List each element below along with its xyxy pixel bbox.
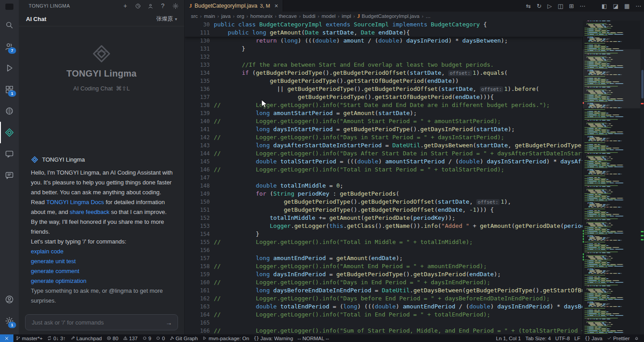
editor-group: J BudgetCategoryImpl.java 3, M × ⇆↻▷◫⊞⋯◧…	[185, 0, 644, 334]
activity-search-item[interactable]	[0, 14, 19, 36]
line-number: 165	[185, 319, 210, 327]
new-chat-icon[interactable]: +	[122, 2, 129, 9]
breadcrumb-item-[interactable]: …	[426, 13, 431, 19]
status-launchpad[interactable]: Launchpad	[68, 334, 104, 342]
chat-title: AI Chat	[26, 16, 47, 22]
breadcrumb-separator: ›	[217, 13, 219, 19]
breadcrumb-item-java[interactable]: java	[221, 13, 231, 19]
activity-extensions-item[interactable]: 1	[0, 79, 19, 100]
check-icon	[607, 336, 612, 341]
settings-icon[interactable]	[172, 2, 179, 9]
command-link-explain-code[interactable]: explain code	[31, 247, 173, 256]
breadcrumb-separator: ›	[318, 13, 319, 19]
status-vim-mode[interactable]: -- NORMAL --	[295, 334, 331, 342]
code-line: 154 }	[185, 230, 583, 238]
code-line: 145 double totalStartPeriod = (((double)…	[185, 158, 583, 166]
status-eol[interactable]: LF	[572, 334, 582, 342]
inline-link[interactable]: share feedback	[70, 209, 110, 215]
breadcrumb-item-budgetcategoryimpljava[interactable]: JBudgetCategoryImpl.java	[357, 13, 419, 20]
status-git-sync[interactable]: 0↓ 3↑	[45, 334, 68, 342]
message-text: Hello, I'm TONGYI Lingma, an AI Coding A…	[31, 168, 173, 237]
toggle-panel-icon[interactable]: ◪	[613, 3, 618, 9]
open-changes-icon[interactable]: ⇆	[526, 3, 531, 9]
remote-indicator[interactable]	[0, 334, 13, 342]
command-link-generate-unit-test[interactable]: generate unit test	[31, 256, 173, 266]
minimap[interactable]	[582, 21, 640, 334]
line-number: 162	[185, 295, 210, 303]
line-number: 144	[185, 150, 210, 158]
window-more-icon[interactable]: ⋯	[636, 3, 641, 9]
help-icon[interactable]: ?	[159, 2, 166, 9]
activity-settings-gear-item[interactable]: 1	[0, 310, 19, 332]
status-formatter[interactable]: Prettier	[605, 334, 632, 342]
activity-chat-item[interactable]	[0, 143, 19, 165]
line-number: 143	[185, 141, 210, 150]
status-problems-errors[interactable]: 80	[104, 334, 121, 342]
settings-icon	[172, 3, 179, 9]
code-line: 155// Logger.getLogger().info("Total in …	[185, 238, 583, 246]
breadcrumb-item-src[interactable]: src	[191, 13, 198, 19]
status-maven-task[interactable]: mvn-package: On	[200, 334, 251, 342]
status-cursor-position[interactable]: Ln 1, Col 1	[494, 334, 523, 342]
split-editor-icon[interactable]: ◫	[558, 3, 563, 9]
status-notification-count[interactable]: 9	[140, 334, 153, 342]
refresh-icon[interactable]: ↻	[537, 3, 542, 9]
status-port-count[interactable]: 0	[153, 334, 167, 342]
breadcrumb-separator: ›	[275, 13, 277, 19]
brand-subtitle: AI Coding Chat ⌘⇧L	[73, 85, 130, 92]
lingma-avatar-icon	[31, 156, 38, 163]
code-line: 158// Logger.getLogger().info("Amount En…	[185, 262, 583, 270]
status-java-status[interactable]: {}Java: Warning	[251, 334, 295, 342]
breadcrumb-item-thecave[interactable]: thecave	[279, 13, 297, 19]
breadcrumb-item-impl[interactable]: impl	[342, 13, 351, 19]
breadcrumb-item-homeunix[interactable]: homeunix	[250, 13, 273, 19]
app-menu-icon[interactable]	[5, 4, 13, 10]
chevron-down-icon: ▾	[175, 17, 177, 21]
line-number: 141	[185, 125, 210, 133]
close-tab-icon[interactable]: ×	[275, 2, 278, 9]
breadcrumb-item-main[interactable]: main	[204, 13, 215, 19]
activity-feedback-item[interactable]	[0, 165, 19, 186]
toggle-sidebar-icon[interactable]: ◧	[602, 3, 607, 9]
activity-remote-explorer-item[interactable]	[0, 100, 19, 122]
status-notifications-bell[interactable]	[632, 334, 641, 342]
status-indentation[interactable]: Tab Size: 4	[523, 334, 553, 342]
line-number: 155	[185, 238, 210, 246]
status-language-mode[interactable]: {}Java	[583, 334, 605, 342]
more-actions-icon[interactable]: ⋯	[580, 3, 585, 9]
inline-link[interactable]: TONGYI Lingma Docs	[46, 199, 104, 205]
breadcrumb-item-buddi[interactable]: buddi	[303, 13, 315, 19]
line-number: 133	[185, 61, 210, 69]
status-git-branch[interactable]: master*+	[13, 334, 45, 342]
run-debug-icon	[4, 63, 14, 73]
run-icon[interactable]: ▷	[547, 3, 552, 9]
send-icon[interactable]: →	[165, 319, 172, 326]
status-problems-warnings[interactable]: 137	[121, 334, 140, 342]
code-line: 159 long daysInEndPeriod = getBudgetPeri…	[185, 270, 583, 278]
breadcrumb-item-model[interactable]: model	[322, 13, 335, 19]
activity-run-debug-item[interactable]	[0, 57, 19, 79]
overview-ruler[interactable]	[640, 21, 644, 334]
scrollbar-thumb[interactable]	[641, 70, 644, 98]
code-area[interactable]: 30public class BudgetCategoryImpl extend…	[185, 21, 583, 334]
history-icon[interactable]	[134, 2, 141, 9]
activity-accounts-item[interactable]: 7	[0, 36, 19, 57]
line-number: 132	[185, 53, 210, 61]
activity-account-item[interactable]	[0, 289, 19, 310]
customize-layout-icon[interactable]: ▦	[624, 3, 630, 9]
user-account-menu[interactable]: 张燦原 ▾	[156, 15, 177, 23]
tab-budgetcategoryimpl-java[interactable]: J BudgetCategoryImpl.java 3, M ×	[185, 0, 283, 12]
command-link-generate-comment[interactable]: generate comment	[31, 266, 173, 276]
status-encoding[interactable]: UTF-8	[553, 334, 572, 342]
breadcrumb-item-org[interactable]: org	[237, 13, 244, 19]
grid-layout-icon[interactable]: ⊞	[569, 3, 574, 9]
lingma-icon	[4, 128, 14, 137]
chat-input[interactable]: →	[25, 314, 178, 330]
profile-icon[interactable]	[147, 2, 154, 9]
code-line: 165	[185, 319, 583, 327]
code-viewport[interactable]: 30public class BudgetCategoryImpl extend…	[185, 21, 644, 334]
chat-input-field[interactable]	[31, 319, 165, 326]
status-git-graph[interactable]: Git Graph	[167, 334, 200, 342]
activity-lingma-item[interactable]	[0, 122, 19, 143]
command-link-generate-optimization[interactable]: generate optimization	[31, 276, 173, 286]
